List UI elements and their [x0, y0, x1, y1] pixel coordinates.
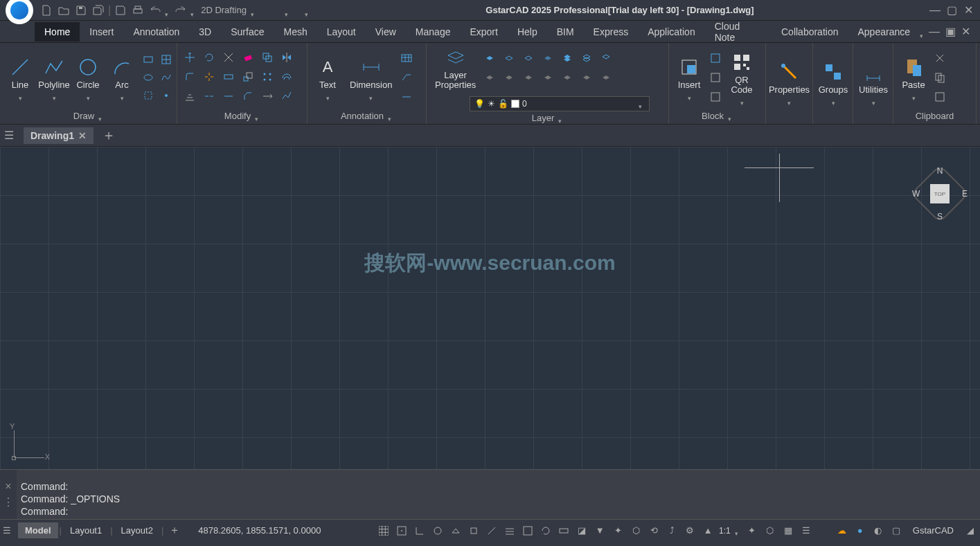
tab-layout[interactable]: Layout [317, 22, 366, 42]
drawing-tab[interactable]: Drawing1 ✕ [24, 127, 93, 144]
layer-b-icon[interactable] [501, 69, 517, 86]
undo-dropdown[interactable] [165, 7, 171, 13]
tab-3d[interactable]: 3D [189, 22, 221, 42]
attr-icon[interactable] [707, 89, 724, 105]
clean-screen-icon[interactable]: ▢ [889, 524, 903, 538]
erase-icon[interactable] [240, 49, 256, 66]
dyn-ucs-icon[interactable]: ◪ [575, 524, 589, 538]
tab-home[interactable]: Home [35, 22, 80, 42]
cmd-close-icon[interactable]: × [5, 480, 11, 493]
point-icon[interactable] [158, 87, 175, 104]
layer-f-icon[interactable] [578, 69, 595, 86]
cycling-icon[interactable] [539, 524, 553, 538]
customize-status-icon[interactable]: ☰ [799, 524, 813, 538]
selection-filter-icon[interactable]: ▼ [593, 524, 607, 538]
qat-dropdown[interactable] [285, 7, 291, 13]
redo-dropdown[interactable] [190, 7, 197, 13]
tab-insert[interactable]: Insert [80, 22, 123, 42]
otrack-icon[interactable] [485, 524, 499, 538]
layer-g-icon[interactable] [598, 69, 614, 86]
insert-block-button[interactable]: Insert [673, 55, 705, 100]
layer-unlock-icon[interactable] [598, 50, 614, 66]
ortho-toggle-icon[interactable] [413, 524, 427, 538]
explode-icon[interactable] [201, 69, 217, 85]
dyn-input-icon[interactable] [557, 524, 571, 538]
stretch-icon[interactable] [220, 69, 237, 85]
tab-export[interactable]: Export [460, 22, 507, 42]
isolate-icon[interactable]: ◐ [871, 524, 885, 538]
tab-view[interactable]: View [366, 22, 406, 42]
chamfer-icon[interactable] [240, 88, 256, 104]
anno-auto-icon[interactable]: ⤴ [665, 524, 679, 538]
saveall-icon[interactable] [91, 3, 106, 18]
tab-bim[interactable]: BIM [547, 22, 584, 42]
panel-title-block[interactable]: Block [673, 109, 761, 122]
hardware-accel-icon[interactable]: ▦ [781, 524, 795, 538]
snap-toggle-icon[interactable] [395, 524, 409, 538]
mirror-icon[interactable] [278, 49, 295, 66]
table-icon[interactable] [398, 50, 415, 66]
layout-tab-layout1[interactable]: Layout1 [63, 522, 109, 538]
array-icon[interactable] [259, 69, 276, 85]
tab-surface[interactable]: Surface [221, 22, 274, 42]
tab-help[interactable]: Help [508, 22, 547, 42]
layer-freeze-icon[interactable] [501, 50, 517, 66]
close-tab-icon[interactable]: ✕ [78, 130, 87, 141]
layer-on-icon[interactable] [559, 50, 576, 66]
cut-icon[interactable] [932, 50, 948, 66]
drawing-area[interactable]: 搜软网-www.secruan.com Y X TOP N S E W [0, 147, 980, 469]
viewcube-w[interactable]: W [912, 189, 920, 199]
move-icon[interactable] [181, 49, 198, 66]
layer-lock-icon[interactable] [520, 50, 537, 66]
print-icon[interactable] [130, 3, 145, 18]
scale-display[interactable]: 1:1 [719, 526, 731, 536]
rotate-icon[interactable] [201, 49, 217, 66]
align-icon[interactable] [181, 88, 198, 104]
copy-clip-icon[interactable] [932, 69, 948, 86]
panel-title-annotation[interactable]: Annotation [312, 109, 422, 122]
layer-properties-button[interactable]: Layer Properties [431, 46, 480, 91]
saveas-icon[interactable] [113, 3, 128, 18]
dim-anno-icon[interactable]: ▲ [701, 524, 715, 538]
lengthen-icon[interactable] [259, 88, 276, 104]
edit-block-icon[interactable] [707, 69, 724, 86]
tab-annotation[interactable]: Annotation [123, 22, 189, 42]
fillet-icon[interactable] [181, 69, 198, 85]
cloud-icon[interactable]: ☁ [835, 524, 849, 538]
tab-mesh[interactable]: Mesh [274, 22, 317, 42]
viewcube-n[interactable]: N [937, 166, 943, 176]
layer-e-icon[interactable] [559, 69, 576, 86]
match-icon[interactable] [932, 89, 948, 105]
properties-button[interactable]: Properties [770, 60, 808, 105]
circle-button[interactable]: Circle [72, 55, 104, 100]
workspace-icon[interactable]: ⚙ [683, 524, 697, 538]
undo-icon[interactable] [148, 3, 163, 18]
grid-toggle-icon[interactable] [377, 524, 391, 538]
lineweight-icon[interactable] [503, 524, 517, 538]
isodraft-icon[interactable] [449, 524, 463, 538]
cmd-grip-icon[interactable]: ⋮ [3, 495, 14, 509]
redo-icon[interactable] [173, 3, 188, 18]
layout-tab-model[interactable]: Model [18, 522, 58, 538]
layer-iso-icon[interactable] [540, 50, 556, 66]
maximize-button[interactable]: ▢ [945, 4, 958, 17]
anno-visibility-icon[interactable]: ⬡ [629, 524, 643, 538]
dim-more-icon[interactable] [398, 89, 415, 105]
notification-icon[interactable]: ● [853, 524, 867, 538]
new-file-icon[interactable] [39, 3, 54, 18]
layer-c-icon[interactable] [520, 69, 537, 86]
close-button[interactable]: ✕ [962, 4, 974, 17]
viewcube-s[interactable]: S [937, 212, 943, 221]
ellipse-icon[interactable] [140, 69, 157, 86]
offset-icon[interactable] [278, 69, 295, 85]
magnifier-icon[interactable]: ✦ [745, 524, 759, 538]
layer-d-icon[interactable] [540, 69, 556, 86]
annotative-scale-icon[interactable]: ⟲ [647, 524, 661, 538]
osnap-icon[interactable] [467, 524, 481, 538]
open-file-icon[interactable] [56, 3, 71, 18]
add-tab-button[interactable]: ＋ [98, 126, 120, 145]
workspace-dropdown[interactable] [251, 7, 257, 13]
join-icon[interactable] [220, 88, 237, 104]
polyline-button[interactable]: Polyline [38, 55, 70, 100]
utilities-button[interactable]: Utilities [857, 60, 889, 105]
